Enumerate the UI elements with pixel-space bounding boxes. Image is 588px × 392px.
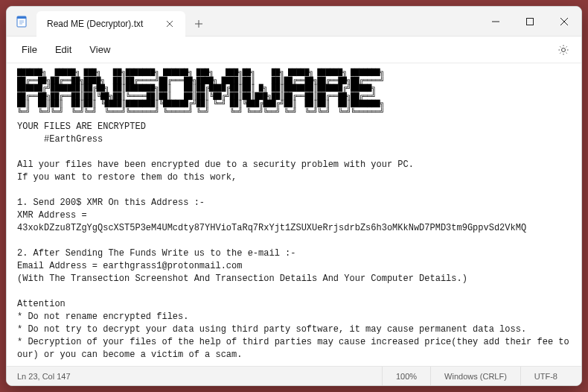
close-icon (560, 18, 568, 25)
menu-view[interactable]: View (80, 39, 119, 60)
minimize-button[interactable] (479, 7, 513, 36)
close-button[interactable] (547, 7, 581, 36)
plus-icon (194, 19, 203, 28)
gear-icon (557, 44, 569, 56)
menubar: File Edit View (7, 37, 581, 63)
status-zoom[interactable]: 100% (382, 367, 430, 385)
notepad-icon (16, 16, 28, 28)
status-encoding[interactable]: UTF-8 (520, 367, 571, 385)
statusbar: Ln 23, Col 147 100% Windows (CRLF) UTF-8 (7, 366, 581, 385)
new-tab-button[interactable] (185, 11, 212, 36)
settings-button[interactable] (552, 39, 575, 60)
svg-rect-10 (527, 18, 534, 25)
app-icon (7, 7, 36, 36)
close-icon (166, 20, 173, 28)
status-line-ending[interactable]: Windows (CRLF) (430, 367, 520, 385)
app-window: Read ME (Decryptor).txt (6, 6, 582, 386)
ransom-ascii-banner: ██████╗ █████╗ ███╗ ██╗███████╗ ██████╗ … (17, 69, 571, 116)
maximize-icon (526, 18, 534, 25)
tab-close-button[interactable] (162, 16, 178, 32)
window-controls (479, 7, 581, 36)
menu-edit[interactable]: Edit (46, 39, 80, 60)
menu-file[interactable]: File (13, 39, 46, 60)
ransom-note-text: YOUR FILES ARE ENCRYPTED #EarthGress All… (17, 121, 571, 361)
text-editor-area[interactable]: ██████╗ █████╗ ███╗ ██╗███████╗ ██████╗ … (7, 63, 581, 366)
titlebar-drag-region[interactable] (212, 7, 479, 36)
svg-rect-1 (17, 16, 26, 19)
status-cursor-position[interactable]: Ln 23, Col 147 (17, 372, 382, 381)
file-tab[interactable]: Read ME (Decryptor).txt (36, 11, 185, 37)
tab-title: Read ME (Decryptor).txt (47, 19, 162, 29)
minimize-icon (492, 18, 499, 25)
titlebar: Read ME (Decryptor).txt (7, 7, 581, 37)
maximize-button[interactable] (513, 7, 547, 36)
